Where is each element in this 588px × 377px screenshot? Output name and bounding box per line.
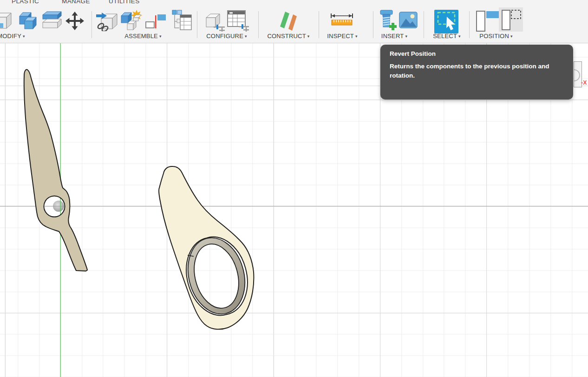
- insert-derive-icon: [96, 10, 118, 31]
- viewcube-neg-x-label[interactable]: -X: [581, 79, 587, 86]
- bom-button[interactable]: [170, 9, 192, 33]
- insert-canvas-icon: [399, 11, 418, 30]
- toolbar-divider: [197, 11, 197, 38]
- chevron-down-icon: ▾: [405, 34, 407, 39]
- group-label-position[interactable]: POSITION▾: [479, 33, 512, 40]
- tab-plastic[interactable]: PLASTIC: [12, 0, 39, 5]
- combine-button[interactable]: [16, 10, 37, 33]
- capture-position-icon: [476, 10, 501, 32]
- configuration-button[interactable]: [203, 10, 226, 33]
- tab-utilities[interactable]: UTILITIES: [109, 0, 140, 5]
- press-pull-icon: [0, 11, 13, 31]
- bom-icon: [170, 9, 192, 31]
- select-icon: [434, 10, 458, 33]
- revert-position-icon: [499, 7, 523, 32]
- capture-position-button[interactable]: [476, 10, 501, 33]
- chevron-down-icon: ▾: [307, 34, 310, 39]
- group-label-assemble[interactable]: ASSEMBLE▾: [124, 33, 161, 40]
- chevron-down-icon: ▾: [159, 34, 162, 39]
- group-label-configure[interactable]: CONFIGURE▾: [206, 33, 247, 40]
- group-label-construct[interactable]: CONSTRUCT▾: [267, 33, 309, 40]
- toolbar-divider: [319, 11, 319, 38]
- chevron-down-icon: ▾: [23, 34, 25, 39]
- measure-button[interactable]: [330, 13, 354, 29]
- configuration-table-icon: [227, 9, 250, 32]
- chevron-down-icon: ▾: [458, 34, 461, 39]
- tooltip-title: Revert Position: [390, 50, 564, 57]
- group-label-insert[interactable]: INSERT▾: [381, 33, 407, 40]
- new-component-icon: [119, 9, 142, 31]
- configuration-icon: [203, 10, 226, 32]
- chevron-down-icon: ▾: [510, 34, 513, 39]
- chevron-down-icon: ▾: [355, 34, 358, 39]
- toolbar-divider: [373, 11, 373, 38]
- select-button[interactable]: [434, 10, 458, 35]
- move-icon: [65, 11, 85, 31]
- joint-icon: [145, 12, 166, 31]
- construct-plane-button[interactable]: [278, 9, 299, 33]
- split-body-button[interactable]: [41, 10, 62, 33]
- group-label-inspect[interactable]: INSPECT▾: [327, 33, 357, 40]
- tooltip-body: Returns the components to the previous p…: [390, 62, 562, 80]
- fusion-window: { "tabs": ["PLASTIC", "MANAGE", "UTILITI…: [0, 0, 588, 377]
- combine-icon: [16, 10, 37, 31]
- toolbar-divider: [469, 11, 470, 38]
- toolbar-divider: [424, 11, 424, 38]
- tooltip-revert-position: Revert Position Returns the components t…: [380, 45, 573, 99]
- press-pull-button[interactable]: [0, 11, 13, 33]
- insert-canvas-button[interactable]: [399, 11, 418, 32]
- chevron-down-icon: ▾: [245, 34, 247, 39]
- configuration-table-button[interactable]: [227, 9, 250, 33]
- toolbar: PLASTIC MANAGE UTILITIES: [0, 0, 588, 43]
- insert-fastener-button[interactable]: [377, 9, 399, 33]
- new-component-button[interactable]: [119, 9, 142, 33]
- component-blade[interactable]: [24, 70, 87, 271]
- toolbar-divider: [258, 11, 259, 38]
- tab-manage[interactable]: MANAGE: [62, 0, 90, 5]
- insert-fastener-icon: [377, 9, 399, 32]
- insert-derive-button[interactable]: [96, 10, 118, 33]
- split-body-icon: [41, 10, 62, 31]
- viewcube-orbit-ring-icon: [574, 69, 580, 81]
- revert-position-button[interactable]: [499, 7, 523, 32]
- component-handle[interactable]: [159, 166, 254, 329]
- joint-button[interactable]: [145, 12, 166, 33]
- group-label-select[interactable]: SELECT▾: [433, 33, 461, 40]
- construct-plane-icon: [278, 9, 299, 31]
- measure-icon: [330, 13, 354, 27]
- toolbar-divider: [91, 11, 92, 38]
- move-copy-button[interactable]: [65, 11, 85, 33]
- group-label-modify[interactable]: MODIFY▾: [0, 33, 25, 40]
